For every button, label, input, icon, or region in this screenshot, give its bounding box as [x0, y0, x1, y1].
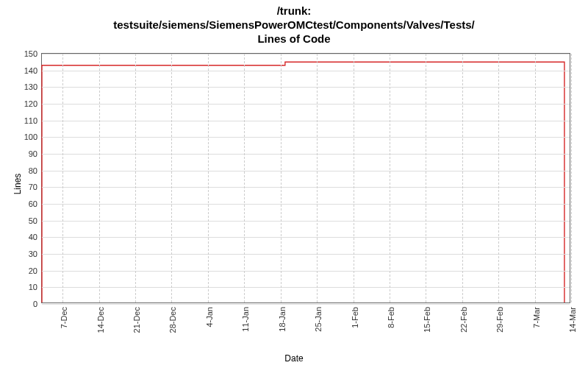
gridline-v	[390, 54, 390, 302]
gridline-h	[42, 271, 570, 272]
x-tick-label: 18-Jan	[278, 307, 287, 332]
x-axis-label: Date	[284, 353, 303, 364]
gridline-v	[281, 54, 282, 302]
gridline-v	[462, 54, 463, 302]
y-tick-label: 150	[24, 49, 37, 58]
gridline-v	[571, 54, 572, 302]
gridline-h	[42, 104, 570, 105]
y-tick-label: 10	[29, 283, 37, 291]
x-tick-label: 29-Feb	[495, 307, 504, 333]
gridline-v	[498, 54, 499, 302]
x-tick-label: 14-Mar	[568, 307, 577, 333]
x-tick-label: 28-Dec	[168, 307, 177, 333]
gridline-v	[171, 54, 172, 302]
x-tick-label: 14-Dec	[96, 307, 105, 333]
y-tick-label: 90	[29, 149, 37, 158]
y-tick-label: 130	[24, 82, 37, 91]
gridline-h	[42, 154, 570, 155]
x-tick-label: 11-Jan	[241, 307, 250, 332]
gridline-v	[135, 54, 136, 302]
x-tick-label: 1-Feb	[351, 307, 359, 328]
y-tick-label: 110	[24, 116, 37, 125]
chart-title: /trunk: testsuite/siemens/SiemensPowerOM…	[0, 0, 588, 46]
gridline-h	[42, 87, 570, 88]
x-tick-label: 7-Dec	[60, 307, 68, 328]
series-line	[42, 62, 564, 302]
gridline-h	[42, 137, 570, 138]
y-axis-label: Lines	[12, 174, 23, 195]
x-tick-label: 8-Feb	[387, 307, 395, 328]
y-tick-label: 70	[29, 183, 37, 191]
y-tick-label: 60	[29, 199, 37, 208]
gridline-v	[426, 54, 426, 302]
title-line-1: /trunk:	[0, 4, 588, 18]
gridline-h	[42, 304, 570, 305]
gridline-h	[42, 121, 570, 121]
gridline-v	[317, 54, 318, 302]
y-tick-label: 100	[24, 132, 37, 141]
gridline-h	[42, 187, 570, 188]
gridline-h	[42, 54, 570, 54]
y-tick-label: 120	[24, 99, 37, 108]
x-tick-label: 21-Dec	[132, 307, 141, 333]
y-tick-label: 20	[29, 266, 37, 275]
gridline-h	[42, 221, 570, 222]
title-line-3: Lines of Code	[0, 32, 588, 46]
gridline-v	[535, 54, 536, 302]
gridline-h	[42, 287, 570, 288]
title-line-2: testsuite/siemens/SiemensPowerOMCtest/Co…	[0, 18, 588, 32]
gridline-v	[99, 54, 100, 302]
x-tick-label: 7-Mar	[532, 307, 541, 328]
gridline-h	[42, 254, 570, 255]
y-tick-label: 30	[29, 250, 37, 258]
gridline-v	[208, 54, 209, 302]
gridline-v	[354, 54, 354, 302]
y-tick-label: 80	[29, 166, 37, 175]
gridline-h	[42, 237, 570, 238]
x-tick-label: 22-Feb	[459, 307, 468, 333]
y-tick-label: 140	[24, 66, 37, 75]
gridline-v	[244, 54, 245, 302]
y-tick-label: 0	[33, 300, 37, 308]
gridline-h	[42, 71, 570, 71]
gridline-h	[42, 171, 570, 171]
x-tick-label: 25-Jan	[314, 307, 323, 332]
y-tick-label: 40	[29, 233, 37, 241]
data-line	[42, 54, 570, 302]
plot-area: 01020304050607080901001101201301401507-D…	[41, 53, 570, 303]
gridline-h	[42, 204, 570, 205]
x-tick-label: 4-Jan	[205, 307, 214, 328]
y-tick-label: 50	[29, 216, 37, 225]
gridline-v	[62, 54, 63, 302]
loc-chart: /trunk: testsuite/siemens/SiemensPowerOM…	[0, 0, 588, 368]
x-tick-label: 15-Feb	[423, 307, 431, 333]
